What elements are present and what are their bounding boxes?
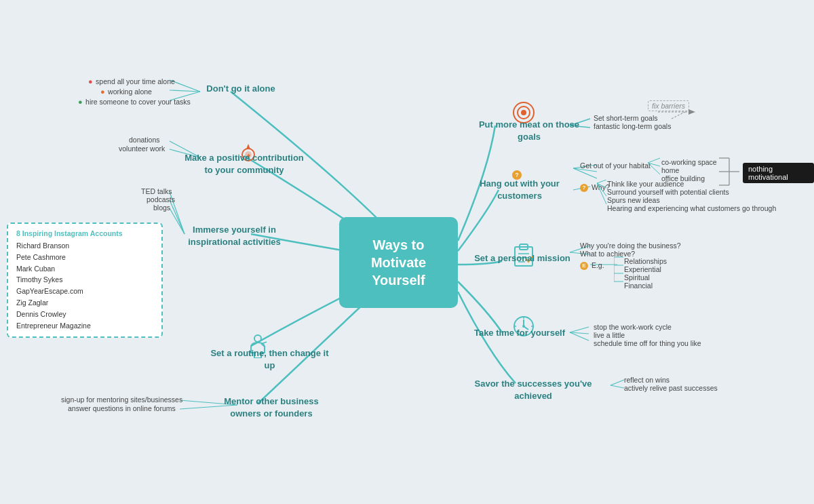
sub-spurs: Spurs new ideas <box>607 196 660 204</box>
account-entrepreneur: Entrepreneur Magazine <box>16 320 153 332</box>
account-gapyear: GapYearEscape.com <box>16 286 153 297</box>
sub-reflect-wins: reflect on wins <box>624 376 670 384</box>
sub-spiritual: Spiritual <box>624 273 650 282</box>
account-zig: Zig Zaglar <box>16 297 153 309</box>
svg-line-14 <box>610 385 624 388</box>
sub-eg: E E.g. <box>580 261 604 270</box>
sub-volunteer: volunteer work <box>119 144 165 153</box>
sub-long-term-goals: fantastic long-term goals <box>594 122 671 130</box>
inspiring-accounts-box: 8 Inspiring Instagram Accounts Richard B… <box>7 222 163 338</box>
sub-financial: Financial <box>624 282 653 290</box>
sub-hearing: Hearing and experiencing what customers … <box>607 204 776 212</box>
svg-line-16 <box>170 90 200 92</box>
sub-short-term-goals: Set short-term goals <box>594 114 658 122</box>
branch-hang-out: Hang out with your customers <box>465 178 574 201</box>
bullet-hire-someone: ● hire someone to cover your tasks <box>78 95 191 107</box>
branch-take-time: Take time for yourself <box>465 327 574 339</box>
svg-point-34 <box>521 110 526 115</box>
sub-experiential: Experiential <box>624 265 661 273</box>
account-mark: Mark Cuban <box>16 263 153 275</box>
center-title: Ways to Motivate Yourself <box>371 237 426 288</box>
sub-surround: Surround yourself with potential clients <box>607 188 729 196</box>
sub-schedule-time: schedule time off for thing you like <box>594 339 701 347</box>
sub-blogs: blogs <box>153 203 170 212</box>
branch-inspirational: Immerse yourself in inspirational activi… <box>175 224 294 248</box>
sub-live-little: live a little <box>594 331 625 339</box>
sub-donations: donations <box>129 136 160 144</box>
inspiring-accounts-label: 8 Inspiring Instagram Accounts <box>16 229 153 237</box>
sub-stop-workwork: stop the work-work cycle <box>594 323 672 331</box>
sub-get-out-habitat: Get out of your habitat <box>580 161 651 170</box>
account-dennis: Dennis Crowley <box>16 309 153 320</box>
sub-relationships: Relationships <box>624 257 667 265</box>
account-timothy: Timothy Sykes <box>16 274 153 286</box>
sub-relive-past: actively relive past successes <box>624 384 718 392</box>
branch-meat-goals: Put more meat on those goals <box>475 119 583 142</box>
sub-why-doing: Why you're doing the business? <box>580 241 681 250</box>
sub-answer-questions: answer questions in online forums <box>68 404 176 412</box>
account-pete: Pete Cashmore <box>16 252 153 263</box>
fix-barriers-label: fix barriers <box>648 100 689 111</box>
sub-coworking: co-working space <box>661 158 717 166</box>
sub-podcasts: podcasts <box>147 195 175 203</box>
sub-ted: TED talks <box>141 187 172 195</box>
nothing-motivational-label: nothing motivational <box>743 163 814 183</box>
svg-line-2 <box>672 112 685 119</box>
svg-point-29 <box>254 335 261 342</box>
branch-routine: Set a routine, then change it up <box>210 347 329 371</box>
sub-home: home <box>661 166 679 174</box>
account-richard: Richard Branson <box>16 240 153 252</box>
branch-savor: Savor the successes you've achieved <box>465 378 601 402</box>
sub-signup-mentoring: sign-up for mentoring sites/businesses <box>61 395 182 404</box>
center-node: Ways to Motivate Yourself <box>339 217 458 308</box>
svg-marker-26 <box>246 144 250 149</box>
svg-marker-36 <box>689 109 695 115</box>
branch-personal-mission: Set a personal mission <box>468 252 577 265</box>
mindmap-container: Ways to Motivate Yourself Don't go it al… <box>0 0 814 504</box>
sub-why: ? Why? <box>580 183 610 192</box>
sub-think-like: Think like your audience <box>607 180 684 188</box>
svg-line-13 <box>610 380 624 385</box>
branch-positive-contribution: Make a positive contribution to your com… <box>183 152 305 176</box>
branch-dont-go-alone: Don't go it alone <box>200 83 282 95</box>
svg-line-5 <box>573 168 597 178</box>
branch-mentor: Mentor other business owners or founders <box>217 395 326 419</box>
